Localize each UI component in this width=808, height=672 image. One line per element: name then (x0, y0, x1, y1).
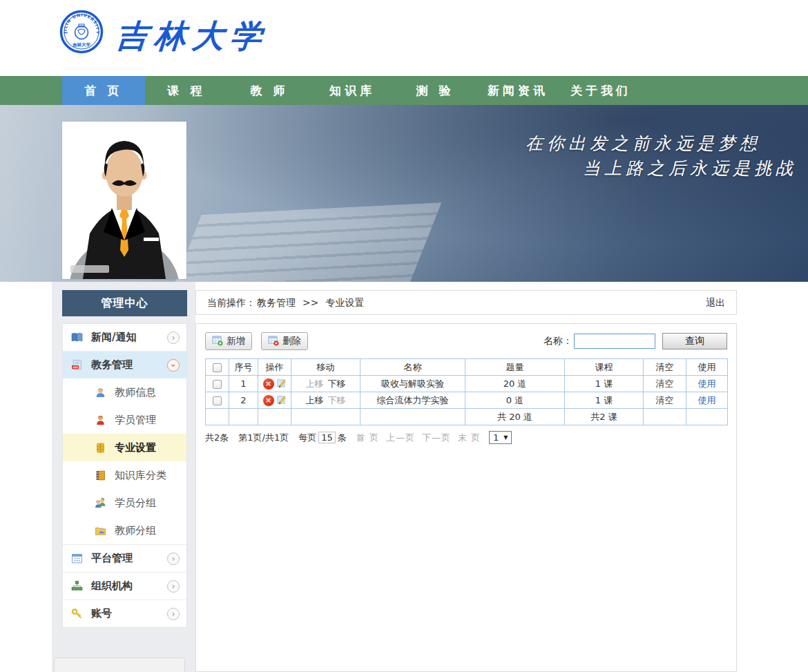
sidebar-item-student-groups[interactable]: 学员分组 (63, 489, 186, 517)
delete-row-icon[interactable] (263, 395, 274, 406)
page-info: 第1页/共1页 (238, 432, 289, 444)
course-count: 1 课 (565, 376, 644, 392)
table-row: 2 上移下移 综合流体力学实验 0 道 1 课 清空 使用 (206, 392, 728, 409)
student-person-icon (95, 414, 106, 426)
col-header-use: 使用 (686, 359, 728, 376)
sidebar-item-label: 平台管理 (91, 552, 133, 565)
nav-tab-tests[interactable]: 测 验 (394, 76, 477, 105)
logout-link[interactable]: 退出 (706, 291, 725, 314)
sidebar-title: 管理中心 (62, 290, 187, 316)
col-header-name: 名称 (360, 359, 465, 376)
nav-tab-teachers[interactable]: 教 师 (228, 76, 311, 105)
nav-tab-knowledge-base[interactable]: 知识库 (311, 76, 394, 105)
table-summary-row: 共 20 道 共2 课 (206, 409, 728, 425)
select-all-checkbox[interactable] (213, 363, 222, 372)
nav-tab-courses[interactable]: 课 程 (145, 76, 228, 105)
user-avatar (62, 122, 186, 279)
main-nav: 首 页 课 程 教 师 知识库 测 验 新闻资讯 关于我们 (0, 76, 808, 105)
move-down-link: 下移 (328, 395, 346, 405)
use-link[interactable]: 使用 (698, 378, 716, 389)
sidebar-item-label: 教务管理 (91, 358, 133, 372)
sidebar-item-teacher-groups[interactable]: 教师分组 (63, 517, 186, 544)
clear-link[interactable]: 清空 (656, 395, 674, 405)
calendar-grid-icon (71, 553, 83, 564)
sidebar-item-platform-admin[interactable]: 平台管理 (63, 544, 186, 572)
row-checkbox[interactable] (213, 380, 222, 389)
sidebar: 管理中心 新闻/通知 (62, 290, 187, 628)
nav-tab-about[interactable]: 关于我们 (559, 76, 642, 105)
col-header-operation: 操作 (258, 359, 291, 376)
course-count: 1 课 (565, 392, 644, 409)
move-up-link[interactable]: 上移 (306, 395, 324, 405)
sidebar-item-label: 学员管理 (115, 414, 156, 427)
sidebar-item-label: 教师分组 (115, 524, 156, 537)
search-button[interactable]: 查询 (662, 333, 727, 349)
breadcrumb-prefix: 当前操作： (207, 297, 256, 308)
sidebar-item-organization[interactable]: 组织机构 (63, 572, 186, 599)
course-total: 共2 课 (565, 409, 644, 425)
university-seal-logo: JILIN UNIVERSITY·CHINA 吉林大学 (59, 10, 104, 54)
name-filter-label: 名称： (544, 335, 573, 347)
table-row: 1 上移下移 吸收与解吸实验 20 道 1 课 清空 使用 (206, 376, 728, 392)
sidebar-item-label: 学员分组 (115, 497, 156, 510)
sidebar-item-label: 新闻/通知 (91, 331, 136, 344)
question-count: 0 道 (465, 392, 565, 409)
pagination: 共2条 第1页/共1页 每页 15 条 首 页 上—页 下—页 末 页 1 (205, 431, 727, 444)
edit-pencil-icon[interactable] (276, 378, 287, 390)
banner-slogan: 在你出发之前永远是梦想 当上路之后永远是挑战 (526, 131, 797, 181)
delete-button[interactable]: 删除 (261, 332, 308, 350)
col-header-course: 课程 (565, 359, 644, 376)
breadcrumb-separator: >> (302, 297, 318, 308)
name-search-input[interactable] (574, 334, 655, 349)
sidebar-item-kb-categories[interactable]: 知识库分类 (63, 461, 186, 489)
per-page-input[interactable]: 15 (318, 432, 336, 443)
notebook-icon (95, 470, 106, 481)
book-100-icon (71, 359, 83, 371)
sidebar-item-account[interactable]: 账号 (63, 599, 186, 627)
total-count: 共2条 (205, 432, 229, 444)
col-header-index: 序号 (229, 359, 258, 376)
clear-link[interactable]: 清空 (656, 378, 674, 389)
prev-page-link: 上—页 (386, 432, 415, 444)
row-index: 1 (229, 376, 258, 392)
edit-pencil-icon[interactable] (276, 394, 287, 407)
table-header-row: 序号 操作 移动 名称 题量 课程 清空 使用 (206, 359, 728, 376)
open-book-icon (71, 332, 83, 343)
sidebar-item-label: 账号 (91, 607, 112, 620)
sidebar-item-academic-admin[interactable]: 教务管理 (63, 351, 186, 378)
cabinet-icon (95, 442, 106, 454)
row-index: 2 (229, 392, 258, 409)
breadcrumb-section: 教务管理 (257, 297, 296, 308)
use-link[interactable]: 使用 (698, 395, 716, 405)
folder-person-icon (95, 525, 106, 537)
per-page-prefix: 每页 (298, 432, 316, 444)
add-button[interactable]: 新增 (205, 332, 252, 350)
move-up-link: 上移 (306, 378, 324, 389)
seal-inner-text: 吉林大学 (73, 42, 91, 48)
chevron-right-icon[interactable] (167, 580, 180, 593)
chevron-right-icon[interactable] (167, 608, 180, 620)
sidebar-item-teacher-info[interactable]: 教师信息 (63, 378, 186, 406)
nav-tab-home[interactable]: 首 页 (62, 76, 145, 105)
sidebar-item-student-admin[interactable]: 学员管理 (63, 406, 186, 434)
page: JILIN UNIVERSITY·CHINA 吉林大学 吉林大学 首 页 课 程… (0, 0, 808, 672)
sidebar-item-news[interactable]: 新闻/通知 (63, 323, 186, 351)
chevron-right-icon[interactable] (167, 553, 180, 565)
breadcrumb: 当前操作：教务管理>>专业设置 退出 (195, 290, 737, 315)
main-content-panel: 新增 删除 名称： 查询 (195, 323, 737, 672)
chevron-down-icon[interactable] (167, 359, 180, 372)
move-down-link[interactable]: 下移 (328, 378, 346, 389)
page-select-dropdown[interactable]: 1 (489, 431, 512, 444)
sidebar-item-major-settings[interactable]: 专业设置 (63, 434, 186, 461)
row-checkbox[interactable] (213, 396, 222, 405)
chevron-right-icon[interactable] (167, 332, 180, 344)
table-add-icon (212, 335, 223, 348)
delete-row-icon[interactable] (263, 378, 274, 390)
sidebar-item-label: 教师信息 (115, 386, 156, 399)
questions-total: 共 20 道 (465, 409, 565, 425)
nav-tab-news[interactable]: 新闻资讯 (477, 76, 559, 105)
sidebar-item-label: 组织机构 (91, 579, 133, 593)
slogan-line-2: 当上路之后永远是挑战 (526, 156, 797, 181)
university-name: 吉林大学 (115, 15, 269, 58)
avatar-illustration (62, 122, 186, 279)
